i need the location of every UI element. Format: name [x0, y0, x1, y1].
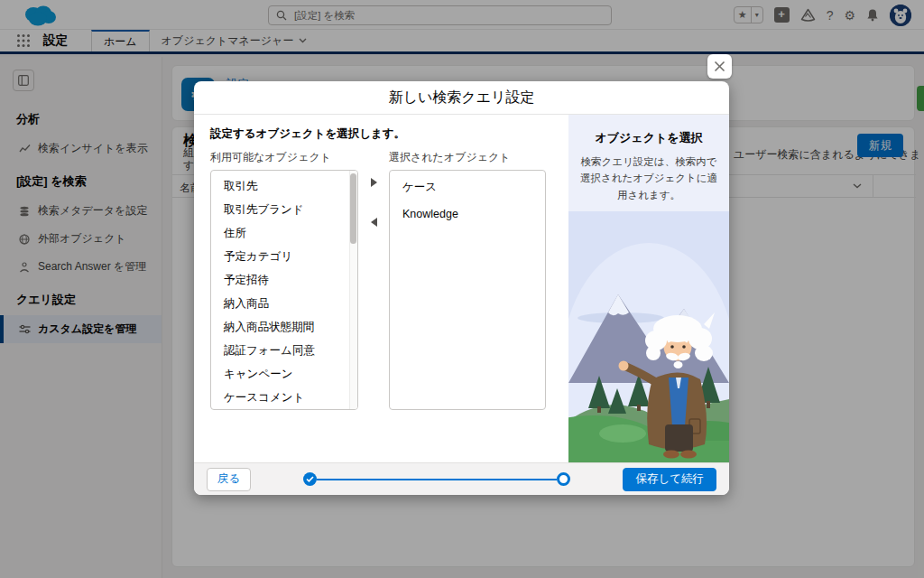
- list-item[interactable]: キャンペーン: [211, 362, 357, 386]
- available-objects-listbox[interactable]: 取引先 取引先ブランド 住所 予定カテゴリ 予定招待 納入商品 納入商品状態期間…: [210, 170, 358, 410]
- modal-aside-panel: オブジェクトを選択 検索クエリ設定は、検索内で選択されたオブジェクトに適用されま…: [568, 115, 729, 462]
- list-item[interactable]: Knowledge: [390, 200, 545, 228]
- list-item[interactable]: 予定カテゴリ: [211, 245, 357, 268]
- list-item[interactable]: 納入商品: [211, 292, 357, 315]
- move-left-button[interactable]: [366, 215, 381, 229]
- list-item[interactable]: 認証フォーム同意: [211, 339, 357, 362]
- arrow-left-icon: [371, 218, 377, 227]
- list-item[interactable]: 取引先ブランド: [211, 198, 357, 221]
- object-selection-form: 設定するオブジェクトを選択します。 利用可能なオブジェクト 取引先 取引先ブラン…: [194, 115, 568, 462]
- instruction-text: 設定するオブジェクトを選択します。: [210, 126, 554, 142]
- selected-objects-label: 選択されたオブジェクト: [389, 150, 546, 165]
- available-objects-label: 利用可能なオブジェクト: [210, 150, 358, 165]
- progress-line: [317, 479, 557, 480]
- save-and-continue-button[interactable]: 保存して続行: [623, 468, 716, 491]
- modal-title: 新しい検索クエリ設定: [389, 89, 535, 107]
- einstein-illustration: [568, 211, 729, 462]
- modal-footer: 戻る 保存して続行: [194, 462, 729, 495]
- list-item[interactable]: ケースコメント: [211, 386, 357, 409]
- aside-description: 検索クエリ設定は、検索内で選択されたオブジェクトに適用されます。: [568, 146, 729, 203]
- selected-objects-listbox[interactable]: ケース Knowledge: [389, 170, 546, 410]
- move-right-button[interactable]: [366, 175, 381, 190]
- list-item[interactable]: 取引先: [211, 174, 357, 198]
- listbox-scrollbar[interactable]: [349, 171, 357, 409]
- arrow-right-icon: [371, 178, 377, 187]
- aside-title: オブジェクトを選択: [568, 130, 729, 146]
- new-search-query-settings-modal: 新しい検索クエリ設定 設定するオブジェクトを選択します。 利用可能なオブジェクト…: [194, 81, 729, 495]
- step-current-dot: [557, 472, 570, 486]
- scrollbar-thumb[interactable]: [350, 173, 356, 244]
- back-button[interactable]: 戻る: [207, 468, 251, 491]
- check-icon: [306, 476, 314, 482]
- modal-header: 新しい検索クエリ設定: [194, 81, 729, 115]
- step-done-dot: [303, 472, 317, 486]
- list-item[interactable]: ケース: [390, 173, 545, 200]
- list-item[interactable]: 納入商品状態期間: [211, 315, 357, 339]
- close-icon: [714, 61, 725, 72]
- list-item[interactable]: 予定招待: [211, 268, 357, 292]
- list-item[interactable]: 住所: [211, 221, 357, 245]
- progress-indicator: [251, 472, 623, 486]
- close-button[interactable]: [707, 54, 732, 79]
